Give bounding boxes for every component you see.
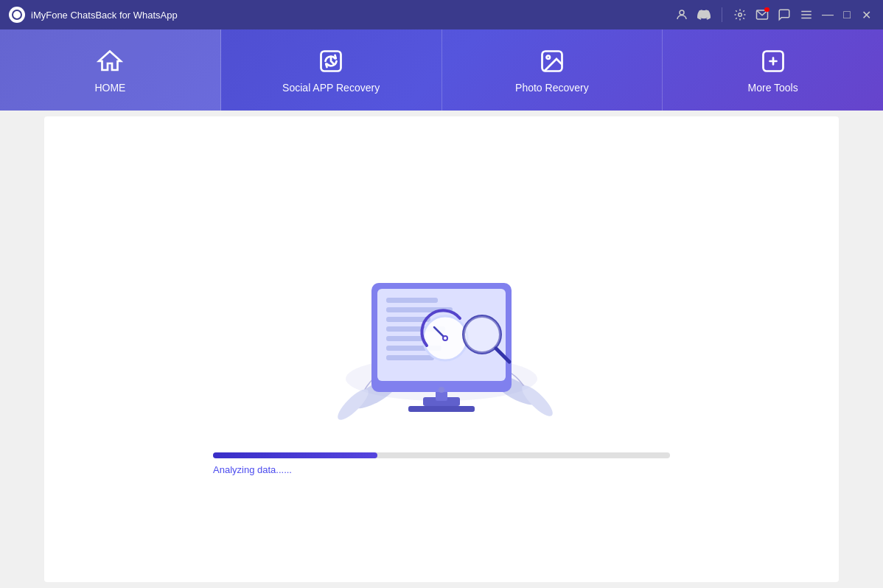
window-controls: — □ ✕: [820, 7, 874, 23]
photo-recovery-icon: [537, 46, 567, 76]
discord-icon[interactable]: [697, 7, 711, 22]
close-button[interactable]: ✕: [858, 7, 874, 23]
svg-point-35: [439, 387, 444, 393]
support-icon[interactable]: [674, 7, 689, 22]
nav-photo-label: Photo Recovery: [515, 82, 589, 94]
analyzing-text: Analyzing: [213, 464, 257, 475]
nav-tools-label: More Tools: [748, 82, 798, 94]
scanning-illustration: [301, 224, 582, 430]
nav-social-label: Social APP Recovery: [282, 82, 380, 94]
nav-social[interactable]: Social APP Recovery: [221, 29, 442, 111]
svg-rect-26: [386, 355, 434, 360]
svg-rect-16: [408, 406, 475, 412]
home-icon: [95, 46, 125, 76]
svg-rect-24: [386, 336, 427, 341]
social-recovery-icon: [316, 46, 346, 76]
progress-section: Analyzing data......: [213, 452, 670, 475]
svg-point-1: [739, 13, 742, 17]
settings-icon[interactable]: [733, 7, 747, 22]
titlebar-icons: [674, 7, 814, 22]
maximize-button[interactable]: □: [839, 7, 855, 23]
svg-point-0: [680, 10, 684, 15]
titlebar-divider: [722, 7, 722, 22]
chat-icon[interactable]: [777, 7, 792, 22]
navbar: HOME Social APP Recovery Photo Recovery: [0, 29, 883, 111]
menu-icon[interactable]: [799, 7, 814, 22]
more-tools-icon: [758, 46, 788, 76]
svg-point-31: [444, 337, 447, 340]
nav-tools[interactable]: More Tools: [663, 29, 883, 111]
svg-rect-20: [386, 298, 438, 303]
titlebar: iMyFone ChatsBack for WhatsApp: [0, 0, 883, 29]
svg-point-8: [546, 56, 550, 60]
progress-bar-fill: [213, 452, 377, 458]
analyzing-dots: ......: [276, 464, 292, 475]
minimize-button[interactable]: —: [820, 7, 836, 23]
mail-icon[interactable]: [755, 7, 769, 22]
nav-photo[interactable]: Photo Recovery: [442, 29, 663, 111]
progress-bar-track: [213, 452, 670, 458]
app-title: iMyFone ChatsBack for WhatsApp: [31, 10, 674, 21]
nav-home-label: HOME: [94, 82, 125, 94]
progress-text: Analyzing data......: [213, 464, 292, 475]
main-content: Analyzing data......: [44, 116, 839, 582]
analyzing-highlight: data: [257, 464, 276, 475]
nav-home[interactable]: HOME: [0, 29, 221, 111]
app-logo: [9, 7, 25, 23]
